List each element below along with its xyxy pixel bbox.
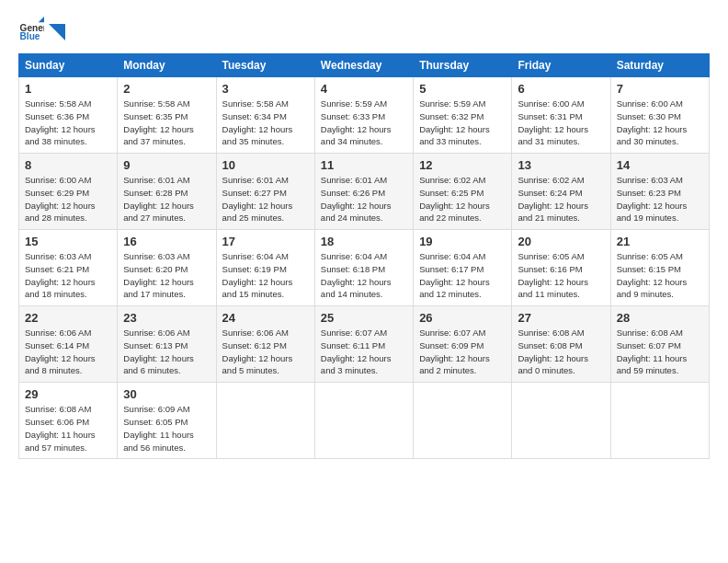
calendar-cell xyxy=(414,383,512,459)
calendar-header-row: SundayMondayTuesdayWednesdayThursdayFrid… xyxy=(19,54,710,77)
day-info-line: Daylight: 12 hours xyxy=(123,276,210,289)
day-info-line: Sunset: 6:26 PM xyxy=(321,187,407,200)
day-info-line: Sunset: 6:32 PM xyxy=(419,110,506,123)
svg-marker-4 xyxy=(49,24,65,40)
day-info-line: Sunset: 6:21 PM xyxy=(25,263,111,276)
calendar-cell: 6Sunrise: 6:00 AMSunset: 6:31 PMDaylight… xyxy=(512,77,610,154)
day-info-line: and 38 minutes. xyxy=(25,135,111,148)
day-content: Sunrise: 5:59 AMSunset: 6:33 PMDaylight:… xyxy=(321,98,407,148)
day-info-line: Sunrise: 6:08 AM xyxy=(518,327,604,339)
day-number: 18 xyxy=(321,235,407,248)
calendar-cell: 2Sunrise: 5:58 AMSunset: 6:35 PMDaylight… xyxy=(118,77,216,154)
calendar-week-row: 22Sunrise: 6:06 AMSunset: 6:14 PMDayligh… xyxy=(19,306,710,383)
day-info-line: Daylight: 12 hours xyxy=(321,352,407,365)
day-info-line: Daylight: 11 hours xyxy=(25,429,111,442)
day-info-line: Daylight: 12 hours xyxy=(518,123,604,136)
day-info-line: Sunrise: 6:02 AM xyxy=(419,174,506,187)
day-info-line: Sunset: 6:30 PM xyxy=(617,110,703,123)
calendar-cell: 24Sunrise: 6:06 AMSunset: 6:12 PMDayligh… xyxy=(216,306,314,383)
day-info-line: Daylight: 12 hours xyxy=(222,352,309,365)
day-content: Sunrise: 6:02 AMSunset: 6:24 PMDaylight:… xyxy=(518,174,604,224)
day-info-line: Daylight: 12 hours xyxy=(419,352,506,365)
header: General Blue xyxy=(18,17,710,42)
day-info-line: Sunrise: 6:08 AM xyxy=(25,403,111,416)
day-info-line: Daylight: 12 hours xyxy=(123,200,210,213)
day-info-line: Sunrise: 6:01 AM xyxy=(321,174,407,187)
day-number: 8 xyxy=(25,158,111,172)
day-content: Sunrise: 5:58 AMSunset: 6:34 PMDaylight:… xyxy=(222,98,309,148)
day-info-line: Sunrise: 6:00 AM xyxy=(25,174,111,187)
day-info-line: Sunset: 6:17 PM xyxy=(419,263,506,276)
calendar-cell: 8Sunrise: 6:00 AMSunset: 6:29 PMDaylight… xyxy=(19,154,118,230)
day-info-line: and 9 minutes. xyxy=(617,288,703,301)
day-info-line: Sunrise: 6:03 AM xyxy=(123,250,210,263)
day-content: Sunrise: 6:00 AMSunset: 6:31 PMDaylight:… xyxy=(518,98,604,148)
calendar-cell: 22Sunrise: 6:06 AMSunset: 6:14 PMDayligh… xyxy=(19,306,118,383)
calendar-cell xyxy=(610,383,709,459)
day-info-line: Daylight: 12 hours xyxy=(123,352,210,365)
calendar-cell: 4Sunrise: 5:59 AMSunset: 6:33 PMDaylight… xyxy=(314,77,413,154)
day-content: Sunrise: 6:04 AMSunset: 6:18 PMDaylight:… xyxy=(321,250,407,301)
day-info-line: Daylight: 12 hours xyxy=(321,200,407,213)
day-info-line: and 5 minutes. xyxy=(222,364,309,377)
day-content: Sunrise: 6:09 AMSunset: 6:05 PMDaylight:… xyxy=(123,403,210,454)
day-info-line: Sunrise: 5:58 AM xyxy=(25,98,111,110)
day-info-line: Sunset: 6:20 PM xyxy=(123,263,210,276)
day-content: Sunrise: 6:06 AMSunset: 6:12 PMDaylight:… xyxy=(222,327,309,377)
day-info-line: Sunrise: 6:08 AM xyxy=(617,327,703,339)
day-info-line: Daylight: 12 hours xyxy=(617,276,703,289)
weekday-header-saturday: Saturday xyxy=(610,54,709,77)
day-content: Sunrise: 6:05 AMSunset: 6:15 PMDaylight:… xyxy=(617,250,703,301)
day-info-line: and 56 minutes. xyxy=(123,442,210,454)
day-info-line: Sunrise: 6:00 AM xyxy=(617,98,703,110)
day-number: 19 xyxy=(419,235,506,248)
day-number: 13 xyxy=(518,158,604,172)
calendar-body: 1Sunrise: 5:58 AMSunset: 6:36 PMDaylight… xyxy=(19,77,710,459)
day-info-line: Sunrise: 6:02 AM xyxy=(518,174,604,187)
day-info-line: Daylight: 12 hours xyxy=(321,276,407,289)
weekday-header-tuesday: Tuesday xyxy=(216,54,314,77)
day-content: Sunrise: 6:01 AMSunset: 6:27 PMDaylight:… xyxy=(222,174,309,224)
calendar-cell: 3Sunrise: 5:58 AMSunset: 6:34 PMDaylight… xyxy=(216,77,314,154)
day-number: 24 xyxy=(222,311,309,325)
calendar-cell: 26Sunrise: 6:07 AMSunset: 6:09 PMDayligh… xyxy=(414,306,512,383)
day-number: 15 xyxy=(25,235,111,248)
calendar-cell: 21Sunrise: 6:05 AMSunset: 6:15 PMDayligh… xyxy=(610,230,709,306)
day-info-line: Sunrise: 6:03 AM xyxy=(25,250,111,263)
day-info-line: Daylight: 12 hours xyxy=(25,200,111,213)
day-info-line: Sunset: 6:11 PM xyxy=(321,339,407,352)
day-info-line: Sunrise: 6:00 AM xyxy=(518,98,604,110)
calendar-cell: 10Sunrise: 6:01 AMSunset: 6:27 PMDayligh… xyxy=(216,154,314,230)
day-content: Sunrise: 6:06 AMSunset: 6:14 PMDaylight:… xyxy=(25,327,111,377)
day-info-line: Sunset: 6:05 PM xyxy=(123,416,210,429)
day-info-line: and 18 minutes. xyxy=(25,288,111,301)
day-number: 28 xyxy=(617,311,703,325)
day-number: 16 xyxy=(123,235,210,248)
calendar-cell xyxy=(216,383,314,459)
day-content: Sunrise: 6:07 AMSunset: 6:09 PMDaylight:… xyxy=(419,327,506,377)
day-info-line: Sunset: 6:07 PM xyxy=(617,339,703,352)
day-info-line: Daylight: 12 hours xyxy=(123,123,210,136)
day-info-line: Sunrise: 6:01 AM xyxy=(222,174,309,187)
day-info-line: Daylight: 11 hours xyxy=(617,352,703,365)
day-info-line: and 27 minutes. xyxy=(123,212,210,224)
day-info-line: and 22 minutes. xyxy=(419,212,506,224)
day-info-line: Sunset: 6:31 PM xyxy=(518,110,604,123)
day-info-line: and 35 minutes. xyxy=(222,135,309,148)
day-info-line: Sunset: 6:18 PM xyxy=(321,263,407,276)
day-number: 14 xyxy=(617,158,703,172)
day-content: Sunrise: 6:08 AMSunset: 6:08 PMDaylight:… xyxy=(518,327,604,377)
day-number: 17 xyxy=(222,235,309,248)
weekday-header-monday: Monday xyxy=(118,54,216,77)
day-info-line: Sunset: 6:13 PM xyxy=(123,339,210,352)
day-info-line: and 37 minutes. xyxy=(123,135,210,148)
day-info-line: Sunset: 6:25 PM xyxy=(419,187,506,200)
day-number: 27 xyxy=(518,311,604,325)
logo-icon: General Blue xyxy=(18,17,44,42)
day-number: 22 xyxy=(25,311,111,325)
day-info-line: and 0 minutes. xyxy=(518,364,604,377)
day-info-line: and 24 minutes. xyxy=(321,212,407,224)
day-info-line: Sunset: 6:23 PM xyxy=(617,187,703,200)
day-info-line: Sunset: 6:36 PM xyxy=(25,110,111,123)
day-info-line: and 8 minutes. xyxy=(25,364,111,377)
